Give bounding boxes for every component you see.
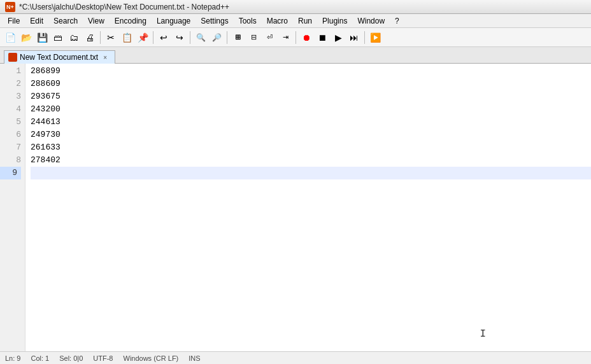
toolbar-sep-6 (364, 31, 365, 44)
macro-next-button[interactable]: ⏭ (346, 30, 362, 45)
window-title: *C:\Users\jalchu\Desktop\New Text Docume… (19, 3, 229, 11)
menu-tools[interactable]: Tools (234, 15, 262, 27)
menu-encoding[interactable]: Encoding (110, 15, 152, 27)
menu-help[interactable]: ? (390, 15, 404, 27)
line-num-4: 4 (16, 103, 21, 116)
find-replace-button[interactable]: 🔎 (209, 30, 224, 45)
toolbar-sep-3 (190, 31, 190, 44)
line-num-2: 2 (16, 78, 21, 90)
find-button[interactable]: 🔍 (193, 30, 208, 45)
toolbar: 📄 📂 💾 🗃 🗂 🖨 ✂ 📋 📌 ↩ ↪ 🔍 🔎 ⊞ ⊟ ⏎ ⇥ ⏺ ⏹ ▶ … (0, 28, 591, 47)
redo-button[interactable]: ↪ (172, 30, 187, 45)
open-button[interactable]: 📂 (18, 30, 34, 45)
status-sel: Sel: 0|0 (59, 354, 83, 362)
menu-macro[interactable]: Macro (262, 15, 293, 27)
code-line-4: 243200 (31, 103, 591, 116)
status-ins: INS (189, 354, 200, 362)
line-num-8: 8 (16, 154, 21, 167)
macro-stop-button[interactable]: ⏹ (315, 30, 330, 45)
status-ln: Ln: 9 (5, 354, 20, 362)
code-line-3: 293675 (31, 90, 591, 103)
editor-area[interactable]: 1 2 3 4 5 6 7 8 9 286899 288609 293675 2… (0, 64, 591, 351)
macro-rec-button[interactable]: ⏺ (299, 30, 314, 45)
app-icon: N+ (5, 2, 15, 12)
status-eol: Windows (CR LF) (124, 354, 179, 362)
title-bar: N+ *C:\Users\jalchu\Desktop\New Text Doc… (0, 0, 591, 14)
menu-window[interactable]: Window (352, 15, 390, 27)
status-col: Col: 1 (31, 354, 49, 362)
menu-file[interactable]: File (3, 15, 25, 27)
code-line-5: 244613 (31, 116, 591, 129)
line-num-9: 9 (0, 167, 21, 179)
menu-edit[interactable]: Edit (25, 15, 48, 27)
menu-settings[interactable]: Settings (196, 15, 233, 27)
code-line-8: 278402 (31, 154, 591, 167)
tab-filename: New Text Document.txt (20, 53, 98, 62)
macro-play-button[interactable]: ▶ (331, 30, 346, 45)
status-bar: Ln: 9 Col: 1 Sel: 0|0 UTF-8 Windows (CR … (0, 351, 591, 364)
status-encoding: UTF-8 (93, 354, 113, 362)
line-numbers: 1 2 3 4 5 6 7 8 9 (0, 64, 25, 351)
code-line-2: 288609 (31, 78, 591, 90)
tab-document[interactable]: New Text Document.txt × (4, 50, 115, 64)
code-line-1: 286899 (31, 65, 591, 78)
line-num-7: 7 (16, 141, 21, 154)
toolbar-sep-1 (100, 31, 101, 44)
line-num-6: 6 (16, 129, 21, 141)
line-num-1: 1 (16, 65, 21, 78)
toolbar-sep-4 (227, 31, 227, 44)
menu-search[interactable]: Search (48, 15, 83, 27)
zoom-out-button[interactable]: ⊟ (246, 30, 261, 45)
save-all-button[interactable]: 🗃 (50, 30, 66, 45)
menu-plugins[interactable]: Plugins (317, 15, 352, 27)
cut-button[interactable]: ✂ (103, 30, 118, 45)
indent-button[interactable]: ⇥ (278, 30, 293, 45)
tab-close-button[interactable]: × (101, 53, 110, 62)
menu-language[interactable]: Language (152, 15, 196, 27)
copy-button[interactable]: 📋 (119, 30, 134, 45)
toolbar-sep-2 (153, 31, 153, 44)
undo-button[interactable]: ↩ (156, 30, 171, 45)
menu-view[interactable]: View (83, 15, 110, 27)
new-button[interactable]: 📄 (3, 30, 18, 45)
menu-bar: File Edit Search View Encoding Language … (0, 14, 591, 28)
code-line-7: 261633 (31, 141, 591, 154)
tab-file-icon (8, 53, 17, 62)
code-line-6: 249730 (31, 129, 591, 141)
run-program-button[interactable]: ▶️ (367, 30, 383, 45)
paste-button[interactable]: 📌 (135, 30, 150, 45)
tab-bar: New Text Document.txt × (0, 47, 591, 64)
wrap-button[interactable]: ⏎ (262, 30, 277, 45)
close-button[interactable]: 🗂 (66, 30, 82, 45)
code-line-9 (31, 167, 591, 179)
save-button[interactable]: 💾 (34, 30, 50, 45)
code-area[interactable]: 286899 288609 293675 243200 244613 24973… (25, 64, 591, 351)
print-button[interactable]: 🖨 (82, 30, 97, 45)
line-num-5: 5 (16, 116, 21, 129)
line-num-3: 3 (16, 90, 21, 103)
menu-run[interactable]: Run (293, 15, 317, 27)
zoom-in-button[interactable]: ⊞ (230, 30, 245, 45)
toolbar-sep-5 (296, 31, 296, 44)
